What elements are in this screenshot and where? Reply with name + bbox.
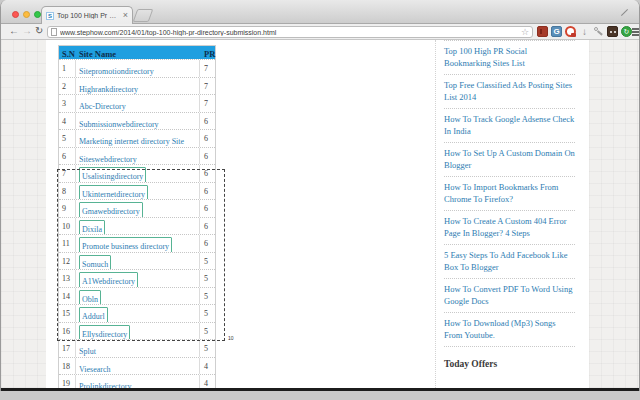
fullscreen-expand-icon[interactable] — [620, 8, 629, 17]
browser-toolbar: ← → ↻ ⌂ www.stephow.com/2014/01/top-100-… — [1, 24, 639, 40]
site-link[interactable]: Siteswebdirectory — [79, 155, 137, 164]
table-row: 2 Highrankdirectory 7 — [59, 77, 215, 95]
row-site-cell: Highrankdirectory — [76, 78, 200, 95]
sidebar-item: Top 100 High PR Social Bookmarking Sites… — [444, 40, 575, 75]
sidebar-link[interactable]: How To Download (Mp3) Songs From Youtube… — [444, 317, 575, 341]
table-row: 3 Abc-Directory 7 — [59, 94, 215, 112]
table-row: 1 Sitepromotiondirectory 7 — [59, 59, 215, 77]
chrome-menu-icon[interactable] — [632, 28, 640, 37]
site-link[interactable]: Somuch — [79, 255, 111, 270]
row-number: 16 — [59, 323, 76, 340]
red-book-extension-icon[interactable] — [537, 26, 548, 37]
row-pr-value: 5 — [200, 288, 215, 305]
row-site-cell: Sitepromotiondirectory — [76, 60, 200, 77]
row-site-cell: Marketing internet directory Site — [76, 130, 200, 147]
close-window-button[interactable] — [12, 11, 19, 18]
back-icon[interactable]: ← — [9, 25, 19, 36]
row-site-cell: Ellysdirectory — [76, 323, 200, 340]
site-link[interactable]: A1Webdirectory — [79, 272, 138, 287]
site-link[interactable]: Viesearch — [79, 365, 111, 374]
table-row: 4 Submissionwebdirectory 6 — [59, 112, 215, 130]
page-body: S.N Site Name PR 1 Sitepromotiondirector… — [46, 40, 589, 388]
row-pr-value: 7 — [200, 60, 215, 77]
download-arrow-icon[interactable]: ↓ — [579, 26, 590, 37]
row-number: 15 — [59, 305, 76, 322]
site-link[interactable]: Obln — [79, 290, 101, 305]
row-site-cell: A1Webdirectory — [76, 270, 200, 287]
bookmark-star-icon[interactable]: ☆ — [521, 28, 529, 37]
table-body: 1 Sitepromotiondirectory 7 2 Highrankdir… — [59, 59, 215, 391]
sidebar-link[interactable]: How To Import Bookmarks From Chrome To F… — [444, 181, 575, 205]
today-offers-heading: Today Offers — [444, 359, 575, 369]
table-row: 11 Promote business directory 6 — [59, 234, 215, 252]
row-number: 9 — [59, 200, 76, 217]
sidebar-link[interactable]: How To Create A Custom 404 Error Page In… — [444, 215, 575, 239]
browser-tab[interactable]: S Top 100 High Pr Directory × — [41, 6, 133, 24]
row-pr-value: 6 — [200, 235, 215, 252]
row-site-cell: Splut — [76, 340, 200, 357]
site-link[interactable]: Sitepromotiondirectory — [79, 67, 154, 76]
sidebar-link[interactable]: 5 Easy Steps To Add Facebook Like Box To… — [444, 249, 575, 273]
sidebar-link[interactable]: How To Track Google Adsense Check In Ind… — [444, 113, 575, 137]
page-background: S.N Site Name PR 1 Sitepromotiondirector… — [1, 40, 639, 388]
forward-icon[interactable]: → — [22, 25, 32, 36]
row-site-cell: Somuch — [76, 253, 200, 270]
header-pr: PR — [200, 46, 215, 59]
row-site-cell: Dixila — [76, 218, 200, 235]
g-extension-icon[interactable]: G — [551, 26, 562, 37]
row-number: 2 — [59, 78, 76, 95]
selection-count-badge: 10 — [228, 335, 234, 341]
row-pr-value: 5 — [200, 270, 215, 287]
tab-title: Top 100 High Pr Directory — [57, 12, 120, 19]
row-number: 12 — [59, 253, 76, 270]
row-pr-value: 4 — [200, 358, 215, 375]
row-number: 7 — [59, 165, 76, 182]
site-link[interactable]: Addurl — [79, 307, 108, 322]
green-sync-icon[interactable]: ↻ — [621, 26, 632, 37]
site-link[interactable]: Splut — [79, 347, 96, 356]
sidebar-item: How To Import Bookmarks From Chrome To F… — [444, 177, 575, 211]
table-row: 12 Somuch 5 — [59, 252, 215, 270]
dark-glasses-icon[interactable] — [607, 26, 618, 37]
row-pr-value: 6 — [200, 200, 215, 217]
row-site-cell: Siteswebdirectory — [76, 148, 200, 165]
site-link[interactable]: Ukinternetdirectory — [79, 185, 148, 200]
tab-close-icon[interactable]: × — [123, 11, 128, 20]
minimize-window-button[interactable] — [23, 11, 30, 18]
row-site-cell: Usalistingdirectory — [76, 165, 200, 182]
window-bottom-edge — [1, 388, 640, 391]
site-link[interactable]: Dixila — [79, 220, 105, 235]
key-icon[interactable] — [593, 26, 604, 37]
row-pr-value: 6 — [200, 183, 215, 200]
site-link[interactable]: Gmawebdirectory — [79, 202, 143, 217]
site-link[interactable]: Marketing internet directory Site — [79, 137, 184, 146]
site-link[interactable]: Abc-Directory — [79, 102, 126, 111]
table-row: 15 Addurl 5 — [59, 304, 215, 322]
site-link[interactable]: Submissionwebdirectory — [79, 120, 159, 129]
site-link[interactable]: Highrankdirectory — [79, 85, 138, 94]
site-link[interactable]: Usalistingdirectory — [79, 167, 146, 182]
url-text[interactable]: www.stephow.com/2014/01/top-100-high-pr-… — [60, 29, 518, 36]
reload-icon[interactable]: ↻ — [35, 25, 43, 36]
row-number: 11 — [59, 235, 76, 252]
o-extension-icon[interactable] — [565, 26, 576, 37]
sidebar-link[interactable]: How To Convert PDF To Word Using Google … — [444, 283, 575, 307]
row-pr-value: 5 — [200, 323, 215, 340]
site-link[interactable]: Ellysdirectory — [79, 325, 130, 340]
site-link[interactable]: Promote business directory — [79, 237, 172, 252]
row-pr-value: 5 — [200, 253, 215, 270]
sidebar-link[interactable]: Top 100 High PR Social Bookmarking Sites… — [444, 45, 575, 69]
row-pr-value: 7 — [200, 95, 215, 112]
table-row: 16 Ellysdirectory 5 — [59, 322, 215, 340]
row-site-cell: Addurl — [76, 305, 200, 322]
sidebar-link[interactable]: Top Free Classified Ads Posting Sites Li… — [444, 79, 575, 103]
new-tab-button[interactable] — [133, 9, 154, 22]
row-number: 10 — [59, 218, 76, 235]
table-row: 14 Obln 5 — [59, 287, 215, 305]
zoom-window-button[interactable] — [34, 11, 41, 18]
sidebar-link[interactable]: How To Set Up A Custom Domain On Blogger — [444, 147, 575, 171]
site-favicon: S — [46, 12, 54, 20]
address-bar[interactable]: www.stephow.com/2014/01/top-100-high-pr-… — [47, 26, 533, 38]
row-site-cell: Viesearch — [76, 358, 200, 375]
row-number: 17 — [59, 340, 76, 357]
